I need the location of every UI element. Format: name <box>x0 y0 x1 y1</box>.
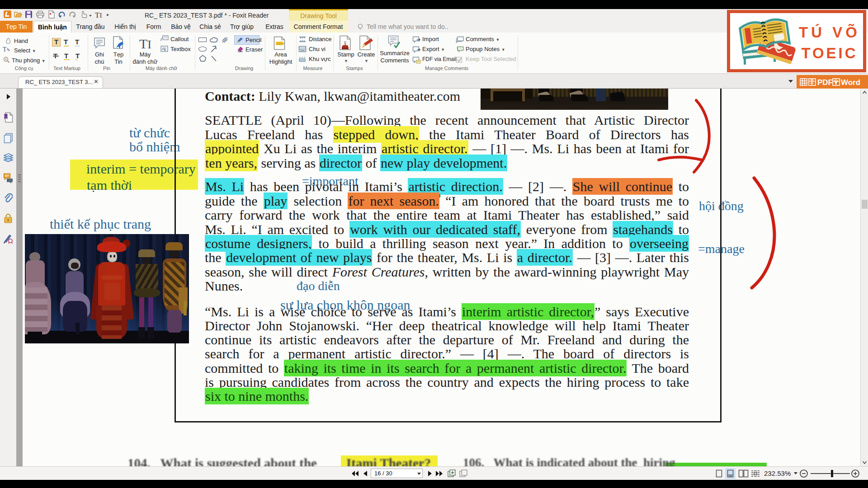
svg-text:Word: Word <box>841 78 860 87</box>
svg-text:PDF: PDF <box>817 78 833 87</box>
svg-text:100%: 100% <box>276 42 284 45</box>
